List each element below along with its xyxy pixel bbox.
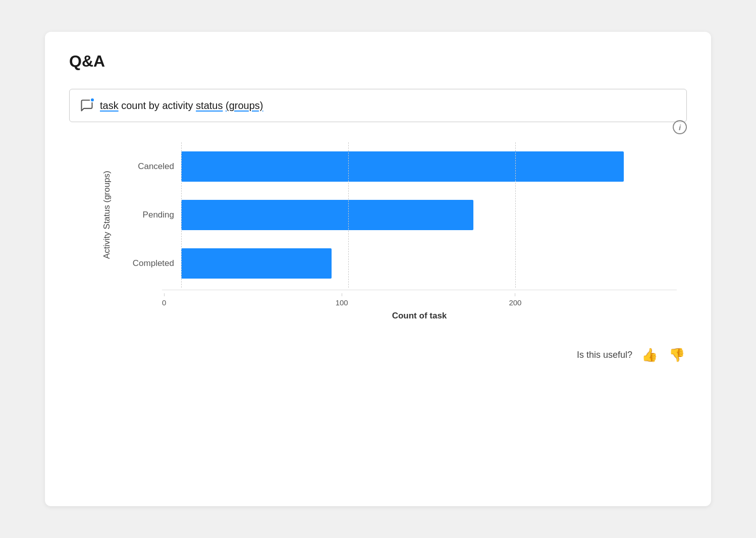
query-text: task count by activity status (groups) [100,100,263,112]
bar-fill [181,248,332,279]
x-axis-title: Count of task [162,311,677,321]
bar-row: Pending [119,191,677,239]
info-icon[interactable]: i [673,120,687,134]
bar-track [181,200,677,230]
info-icon-wrap[interactable]: i [673,120,687,134]
bar-label: Pending [119,210,174,220]
bar-fill [181,200,473,230]
feedback-label: Is this useful? [577,350,632,360]
x-tick: 100 [336,290,348,307]
bar-row: Canceled [119,142,677,191]
bar-fill [181,151,624,182]
bar-row: Completed [119,239,677,288]
notification-dot [90,97,95,102]
page-title: Q&A [69,52,687,71]
thumbs-down-button[interactable]: 👎 [667,346,687,363]
thumbs-up-button[interactable]: 👍 [639,346,660,363]
card: Q&A task count by activity status (group… [45,32,711,506]
bar-track [181,151,677,182]
bar-label: Canceled [119,162,174,172]
feedback-row: Is this useful? 👍 👎 [69,346,687,363]
y-axis-label: Activity Status (groups) [99,142,115,288]
query-box[interactable]: task count by activity status (groups) [69,89,687,122]
bars-and-grid: Canceled Pending Completed [119,142,677,288]
bar-track [181,248,677,279]
chart-container: Activity Status (groups) Canceled Pendin… [99,142,677,288]
chat-icon [80,98,94,113]
x-axis: 0100200 Count of task [162,290,677,321]
chart-inner: Canceled Pending Completed [119,142,677,288]
bar-label: Completed [119,258,174,268]
x-tick: 200 [509,290,521,307]
x-ticks: 0100200 [162,290,677,304]
x-tick: 0 [162,290,166,307]
chart-area: Activity Status (groups) Canceled Pendin… [69,142,687,321]
